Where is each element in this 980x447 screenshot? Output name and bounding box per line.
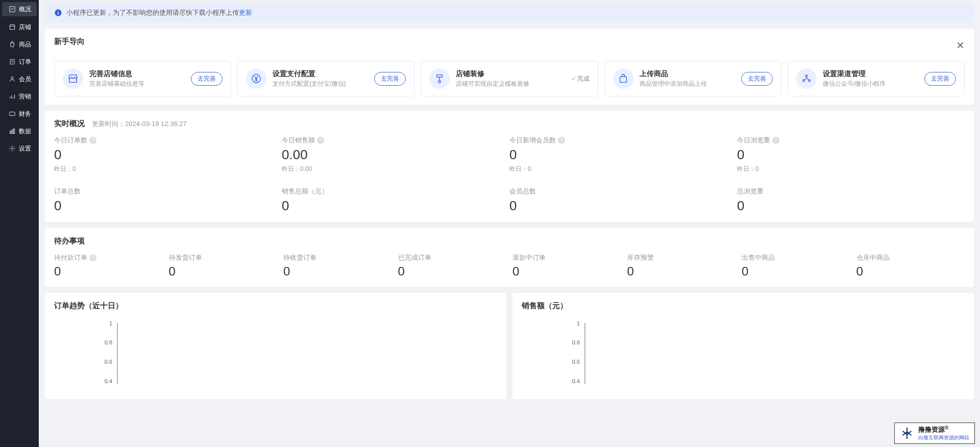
stat-value: 0: [54, 147, 282, 163]
todo-label: 仓库中商品: [856, 253, 965, 262]
close-icon[interactable]: ✕: [956, 39, 965, 52]
todo-label: 退款中订单: [512, 253, 621, 262]
stat-label: 会员总数: [509, 187, 737, 196]
todo-value: 0: [283, 264, 392, 279]
order-trend-chart: 订单趋势（近十日） 1 0.8 0.6 0.4: [45, 293, 506, 399]
sidebar-item-settings[interactable]: 设置: [0, 140, 39, 157]
main-content: 小程序已更新，为了不影响您的使用请尽快下载小程序上传 更新 新手导向 ✕ 完善店…: [39, 0, 980, 447]
update-time: 更新时间：2024-03-18 12:36:27: [92, 119, 187, 129]
complete-button[interactable]: 去完善: [374, 72, 406, 86]
sidebar-item-member[interactable]: 会员: [0, 70, 39, 88]
todo-value: 0: [169, 264, 278, 279]
guide-card-title: 店铺装修: [456, 69, 564, 79]
shop-icon: [8, 23, 16, 31]
stat-value: 0: [54, 198, 282, 214]
alert-update-link[interactable]: 更新: [239, 8, 252, 17]
svg-text:0.8: 0.8: [572, 339, 580, 345]
guide-card-payment: 设置支付配置 支付方式配置(支付宝/微信) 去完善: [237, 61, 414, 96]
help-icon[interactable]: ?: [89, 137, 96, 144]
guide-card-title: 完善店铺信息: [89, 69, 185, 79]
stat-label: 今日订单数?: [54, 136, 282, 145]
sidebar-label: 概况: [19, 5, 31, 14]
stat-value: 0.00: [282, 147, 509, 163]
sidebar-item-order[interactable]: 订单: [0, 53, 39, 70]
sidebar-label: 商品: [19, 40, 31, 49]
svg-point-16: [11, 147, 13, 150]
svg-rect-22: [439, 81, 441, 83]
guide-card-decorate: 店铺装修 店铺可实现自定义模板装修 完成: [421, 61, 598, 96]
stat-block: 会员总数 0: [509, 187, 737, 214]
svg-rect-13: [10, 131, 11, 134]
todo-value: 0: [54, 264, 163, 279]
sidebar-label: 会员: [19, 75, 31, 84]
sidebar-item-finance[interactable]: 财务: [0, 105, 39, 122]
help-icon[interactable]: ?: [558, 137, 565, 144]
sidebar-item-overview[interactable]: 概况: [2, 2, 37, 16]
stat-block: 销售总额（元） 0: [282, 187, 509, 214]
stat-block: 今日新增会员数? 0 昨日：0: [509, 136, 737, 173]
sidebar-label: 设置: [19, 144, 31, 153]
svg-text:0.4: 0.4: [572, 378, 580, 384]
todo-item: 退款中订单 0: [512, 253, 621, 279]
svg-point-24: [805, 75, 807, 77]
guide-card-upload-goods: 上传商品 商品管理中添加商品上传 去完善: [604, 61, 781, 96]
todo-panel: 待办事项 待付款订单? 0待发货订单 0待收货订单 0已完成订单 0退款中订单 …: [45, 228, 974, 287]
sidebar-label: 店铺: [19, 23, 31, 32]
todo-label: 出售中商品: [742, 253, 850, 262]
svg-rect-14: [11, 130, 12, 134]
stat-value: 0: [509, 147, 737, 163]
realtime-title: 实时概况: [54, 119, 85, 129]
svg-text:0.6: 0.6: [572, 359, 580, 365]
svg-rect-23: [620, 77, 626, 82]
complete-button[interactable]: 去完善: [741, 72, 773, 86]
stat-block: 今日浏览量? 0 昨日：0: [737, 136, 965, 173]
sidebar-item-marketing[interactable]: 营销: [0, 88, 39, 105]
todo-value: 0: [742, 264, 850, 279]
sidebar-item-data[interactable]: 数据: [0, 122, 39, 140]
done-badge: 完成: [570, 74, 590, 83]
stat-value: 0: [737, 198, 965, 214]
stat-yesterday: 昨日：0: [54, 165, 282, 173]
guide-card-channel: 设置渠道管理 微信公众号/微信小程序 去完善: [788, 61, 965, 96]
stat-label: 今日新增会员数?: [509, 136, 737, 145]
svg-text:1: 1: [109, 320, 112, 327]
guide-card-title: 设置渠道管理: [823, 69, 918, 79]
svg-rect-21: [437, 75, 443, 78]
yen-icon: [246, 68, 266, 89]
stat-label: 今日浏览量?: [737, 136, 965, 145]
todo-item: 待收货订单 0: [283, 253, 392, 279]
marketing-icon: [8, 92, 16, 101]
realtime-panel: 实时概况 更新时间：2024-03-18 12:36:27 今日订单数? 0 昨…: [45, 111, 974, 222]
sidebar-item-goods[interactable]: 商品: [0, 36, 39, 53]
sidebar-item-shop[interactable]: 店铺: [0, 18, 39, 36]
stat-yesterday: 昨日：0: [509, 165, 737, 173]
todo-label: 待发货订单: [169, 253, 278, 262]
goods-icon: [8, 40, 16, 48]
stat-block: 今日销售额? 0.00 昨日：0.00: [282, 136, 509, 173]
stat-block: 订单总数 0: [54, 187, 282, 214]
todo-label: 待付款订单?: [54, 253, 163, 262]
chart-canvas: 1 0.8 0.6 0.4: [54, 318, 497, 389]
svg-rect-2: [10, 59, 14, 64]
complete-button[interactable]: 去完善: [191, 72, 223, 86]
complete-button[interactable]: 去完善: [924, 72, 956, 86]
chart-title: 订单趋势（近十日）: [54, 301, 497, 311]
todo-title: 待办事项: [54, 236, 965, 246]
chart-canvas: 1 0.8 0.6 0.4: [522, 318, 965, 389]
help-icon[interactable]: ?: [772, 137, 779, 144]
help-icon[interactable]: ?: [317, 137, 324, 144]
guide-title: 新手导向: [54, 37, 85, 46]
stat-label: 销售总额（元）: [282, 187, 509, 196]
help-icon[interactable]: ?: [89, 254, 96, 261]
guide-card-sub: 微信公众号/微信小程序: [823, 80, 918, 88]
svg-point-5: [11, 77, 13, 79]
sidebar-label: 营销: [19, 92, 31, 101]
stat-value: 0: [282, 198, 509, 214]
stat-block: 总浏览量 0: [737, 187, 965, 214]
svg-rect-15: [13, 129, 14, 133]
stat-yesterday: 昨日：0.00: [282, 165, 509, 173]
guide-card-sub: 店铺可实现自定义模板装修: [456, 80, 564, 88]
svg-text:1: 1: [577, 320, 580, 327]
svg-rect-10: [9, 112, 15, 116]
guide-card-title: 上传商品: [640, 69, 735, 79]
